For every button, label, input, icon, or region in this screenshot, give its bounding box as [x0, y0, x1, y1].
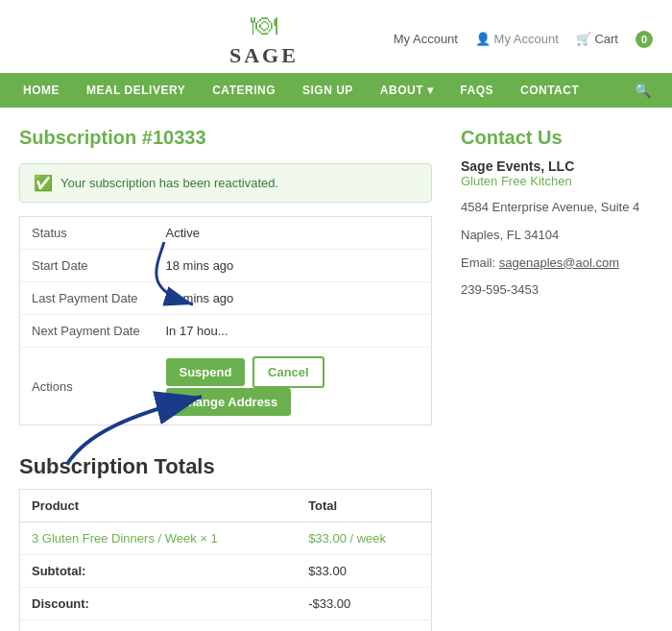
product-col-header: Product: [20, 490, 298, 522]
table-row: Next Payment Date In 17 hou...: [20, 315, 432, 348]
discount-value: -$33.00: [297, 588, 431, 620]
totals-row: Subtotal: $33.00: [20, 555, 432, 588]
nav-item-faqs[interactable]: FAQS: [446, 74, 507, 107]
contact-subtitle: Gluten Free Kitchen: [461, 174, 653, 188]
subtotal-label: Subtotal:: [20, 555, 298, 588]
nav-item-about[interactable]: ABOUT ▾: [367, 74, 447, 107]
table-row: Last Payment Date 18 mins ago: [20, 282, 432, 315]
my-account-icon: 👤 My Account: [475, 32, 559, 46]
actions-label: Actions: [20, 348, 155, 425]
next-payment-label: Next Payment Date: [20, 315, 155, 348]
table-row: Start Date 18 mins ago: [20, 250, 432, 282]
logo-text: SAGE: [229, 43, 299, 68]
my-account-link[interactable]: My Account: [394, 32, 458, 46]
price-link[interactable]: $33.00 / week: [308, 531, 386, 546]
suspend-button[interactable]: Suspend: [166, 358, 246, 386]
search-icon[interactable]: 🔍: [623, 73, 662, 108]
nav-item-sign-up[interactable]: SIGN UP: [289, 74, 367, 107]
actions-row: Actions Suspend: [20, 348, 432, 425]
actions-cell: Suspend Cancel Change Address: [155, 348, 432, 425]
email-label: Email:: [461, 255, 495, 270]
subscription-title: Subscription #10333: [19, 127, 432, 149]
nav-item-contact[interactable]: CONTACT: [507, 74, 592, 107]
shipping-value: Local Delivery: [297, 620, 431, 632]
contact-phone: 239-595-3453: [461, 280, 653, 301]
cart-link[interactable]: 🛒 Cart: [576, 32, 618, 46]
discount-label: Discount:: [20, 588, 298, 620]
success-icon: ✅: [34, 174, 53, 192]
nav-item-home[interactable]: HOME: [10, 74, 73, 107]
contact-address-line1: 4584 Enterprise Avenue, Suite 4: [461, 198, 653, 218]
header: 🍽 SAGE My Account 👤 My Account 🛒 Cart 0: [0, 0, 672, 73]
sidebar: Contact Us Sage Events, LLC Gluten Free …: [461, 127, 653, 631]
subscription-table: Status Active Start Date 18 mins ago Las…: [19, 216, 432, 425]
nav-item-catering[interactable]: CATERING: [199, 74, 289, 107]
total-cell: $33.00 / week: [297, 522, 431, 555]
totals-row: 3 Gluten Free Dinners / Week × 1 $33.00 …: [20, 522, 432, 555]
change-address-button[interactable]: Change Address: [166, 388, 292, 416]
contact-email: Email: sagenaples@aol.com: [461, 254, 653, 274]
product-cell: 3 Gluten Free Dinners / Week × 1: [20, 522, 298, 555]
totals-row: Discount: -$33.00: [20, 588, 432, 620]
subtotal-value: $33.00: [297, 555, 431, 588]
totals-title: Subscription Totals: [19, 454, 432, 479]
logo: 🍽 SAGE: [229, 10, 299, 68]
totals-table: Product Total 3 Gluten Free Dinners / We…: [19, 489, 432, 631]
shipping-label: Shipping:: [20, 620, 298, 632]
cart-count-badge: 0: [636, 31, 653, 48]
nav-item-meal-delivery[interactable]: MEAL DELIVERY: [73, 74, 199, 107]
contact-address-line2: Naples, FL 34104: [461, 226, 653, 246]
header-actions: My Account 👤 My Account 🛒 Cart 0: [394, 31, 653, 48]
success-message: ✅ Your subscription has been reactivated…: [19, 163, 432, 203]
logo-icon: 🍽: [251, 10, 277, 41]
total-col-header: Total: [297, 490, 431, 522]
status-value: Active: [155, 217, 432, 250]
start-date-value: 18 mins ago: [155, 250, 432, 282]
table-row: Status Active: [20, 217, 432, 250]
main-nav: HOME MEAL DELIVERY CATERING SIGN UP ABOU…: [0, 73, 672, 108]
next-payment-value: In 17 hou...: [155, 315, 432, 348]
email-link[interactable]: sagenaples@aol.com: [499, 255, 619, 270]
subscription-table-wrapper: Status Active Start Date 18 mins ago Las…: [19, 216, 432, 425]
cancel-button[interactable]: Cancel: [252, 356, 324, 388]
contact-title: Contact Us: [461, 127, 653, 149]
success-text: Your subscription has been reactivated.: [60, 176, 278, 190]
contact-info: 4584 Enterprise Avenue, Suite 4 Naples, …: [461, 198, 653, 301]
last-payment-label: Last Payment Date: [20, 282, 155, 315]
content-area: Subscription #10333 ✅ Your subscription …: [19, 127, 432, 631]
contact-company: Sage Events, LLC: [461, 158, 653, 174]
status-label: Status: [20, 217, 155, 250]
main-container: Subscription #10333 ✅ Your subscription …: [0, 108, 672, 631]
totals-row: Shipping: Local Delivery: [20, 620, 432, 632]
start-date-label: Start Date: [20, 250, 155, 282]
last-payment-value: 18 mins ago: [155, 282, 432, 315]
product-link[interactable]: 3 Gluten Free Dinners / Week × 1: [32, 531, 218, 546]
totals-header-row: Product Total: [20, 490, 432, 522]
